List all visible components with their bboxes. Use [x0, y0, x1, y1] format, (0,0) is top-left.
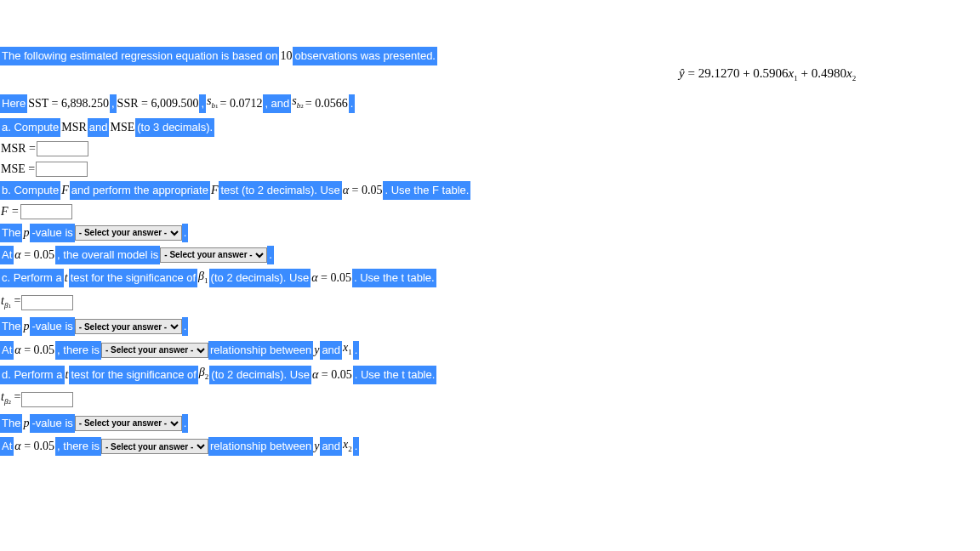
part-d-prompt: d. Perform a t test for the significance…: [0, 364, 980, 385]
d-relationship-select[interactable]: - Select your answer -: [101, 439, 208, 454]
tbeta2-input[interactable]: [21, 392, 73, 407]
b-pvalue-select[interactable]: - Select your answer -: [75, 225, 182, 241]
c-relationship-select[interactable]: - Select your answer -: [101, 343, 208, 358]
b-model-row: At α = 0.05 , the overall model is - Sel…: [0, 246, 980, 264]
f-row: F =: [0, 203, 980, 220]
intro-n: 10: [279, 48, 293, 65]
b-pvalue-row: The p -value is - Select your answer - .: [0, 224, 980, 242]
msr-label: MSR =: [0, 140, 37, 157]
c-pvalue-row: The p -value is - Select your answer - .: [0, 317, 980, 336]
part-a-prompt: a. Compute MSR and MSE (to 3 decimals).: [0, 118, 980, 137]
f-label: F =: [0, 203, 20, 220]
msr-input[interactable]: [37, 141, 88, 156]
intro-line: The following estimated regression equat…: [0, 47, 980, 65]
c-pvalue-select[interactable]: - Select your answer -: [75, 319, 182, 334]
regression-equation: ŷ = 29.1270 + 0.5906x1 + 0.4980x2: [679, 66, 856, 82]
tbeta1-input[interactable]: [21, 295, 73, 310]
tbeta2-row: tβ2 =: [0, 389, 980, 411]
f-input[interactable]: [20, 204, 72, 219]
d-pvalue-row: The p -value is - Select your answer - .: [0, 414, 980, 433]
tbeta1-row: tβ1 =: [0, 293, 980, 315]
msr-row: MSR =: [0, 140, 980, 157]
tbeta1-label: tβ1 =: [0, 293, 21, 315]
part-b-prompt: b. Compute F and perform the appropriate…: [0, 181, 980, 200]
b-model-select[interactable]: - Select your answer -: [160, 247, 267, 263]
part-c-prompt: c. Perform a t test for the significance…: [0, 268, 980, 289]
mse-input[interactable]: [36, 162, 88, 177]
intro-prefix: The following estimated regression equat…: [0, 47, 279, 65]
mse-row: MSE =: [0, 161, 980, 178]
tbeta2-label: tβ2 =: [0, 389, 21, 411]
here-line: Here SST = 6,898.250 , SSR = 6,009.500 ,…: [0, 93, 980, 115]
intro-suffix: observations was presented.: [293, 47, 436, 65]
mse-label: MSE =: [0, 161, 36, 178]
d-relationship-row: At α = 0.05 , there is - Select your ans…: [0, 436, 980, 457]
d-pvalue-select[interactable]: - Select your answer -: [75, 416, 182, 431]
c-relationship-row: At α = 0.05 , there is - Select your ans…: [0, 339, 980, 361]
